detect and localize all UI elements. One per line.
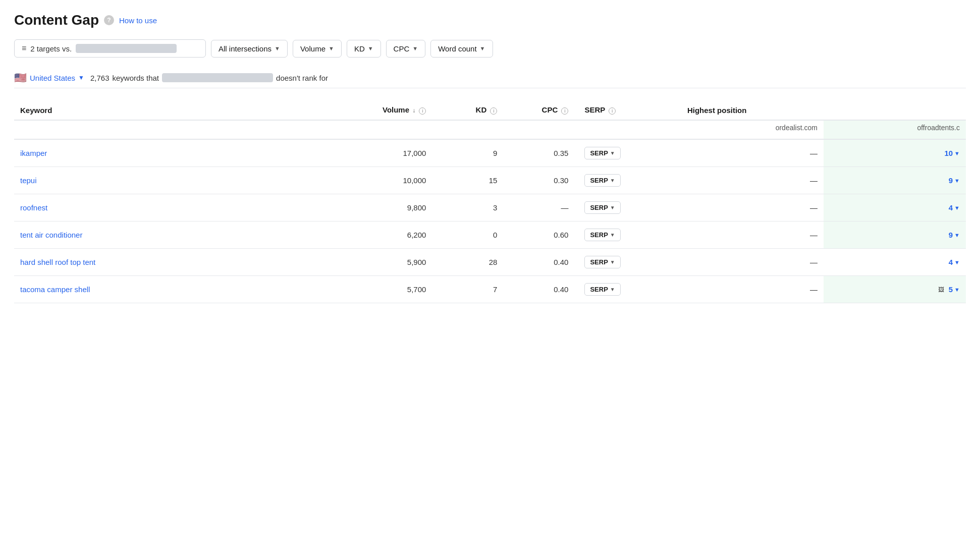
chevron-down-icon: ▼ [329,45,334,51]
cpc-info-icon[interactable]: i [561,107,568,115]
serp-button[interactable]: SERP▼ [584,147,620,159]
keyword-link[interactable]: ikamper [20,149,47,157]
cpc-cell: 0.40 [503,276,574,303]
serp-info-icon[interactable]: i [609,107,616,115]
cpc-cell: 0.35 [503,139,574,167]
volume-dropdown[interactable]: Volume ▼ [293,40,342,58]
chevron-down-icon: ▼ [954,287,960,293]
pos2-cell: 9▼ [824,167,966,194]
kd-info-icon[interactable]: i [490,107,497,115]
serp-button[interactable]: SERP▼ [584,201,620,214]
domain-blurred [162,73,273,82]
pos2-cell: 4▼ [824,194,966,221]
serp-cell: SERP▼ [574,221,681,249]
chevron-down-icon: ▼ [610,150,615,156]
filter-icon: ≡ [22,44,26,53]
location-bar: 🇺🇸 United States ▼ 2,763 keywords that d… [14,72,966,88]
table-body: ikamper17,00090.35SERP▼—10▼tepui10,00015… [14,139,966,303]
serp-cell: SERP▼ [574,194,681,221]
pos2-cell: 🖼5▼ [824,276,966,303]
results-table: Keyword Volume ↓ i KD i CPC i [14,100,966,303]
table-row: tacoma camper shell5,70070.40SERP▼—🖼5▼ [14,276,966,303]
pos1-cell: — [681,194,824,221]
table-row: tepui10,000150.30SERP▼—9▼ [14,167,966,194]
all-intersections-dropdown[interactable]: All intersections ▼ [211,40,288,58]
kd-dropdown[interactable]: KD ▼ [347,40,381,58]
flag-icon: 🇺🇸 [14,72,27,84]
col1-subheader: ordealist.com [681,120,824,139]
chevron-down-icon: ▼ [78,74,84,81]
volume-cell: 9,800 [316,194,432,221]
kd-cell: 28 [432,249,503,276]
serp-button[interactable]: SERP▼ [584,229,620,241]
kd-cell: 0 [432,221,503,249]
serp-button[interactable]: SERP▼ [584,174,620,187]
keyword-link[interactable]: roofnest [20,203,47,212]
pos2-cell: 9▼ [824,221,966,249]
table-subheader-row: ordealist.com offroadtents.c [14,120,966,139]
chevron-down-icon: ▼ [610,259,615,265]
doesnt-rank-text: doesn't rank for [276,74,328,82]
kd-cell: 15 [432,167,503,194]
volume-cell: 10,000 [316,167,432,194]
serp-cell: SERP▼ [574,276,681,303]
sort-icon: ↓ [412,107,415,114]
page-title-area: Content Gap ? How to use [14,12,966,28]
chevron-down-icon: ▼ [610,205,615,210]
col2-subheader: offroadtents.c [824,120,966,139]
position-value: 5 [949,285,953,294]
chevron-down-icon: ▼ [610,287,615,292]
volume-cell: 6,200 [316,221,432,249]
serp-button[interactable]: SERP▼ [584,283,620,296]
position-value: 4 [949,258,953,266]
kd-header: KD i [432,100,503,120]
image-icon: 🖼 [937,285,946,294]
targets-input[interactable]: ≡ 2 targets vs. [14,39,206,58]
serp-cell: SERP▼ [574,249,681,276]
pos2-cell: 4▼ [824,249,966,276]
volume-cell: 17,000 [316,139,432,167]
cpc-cell: 0.60 [503,221,574,249]
word-count-dropdown[interactable]: Word count ▼ [430,40,493,58]
how-to-use-link[interactable]: How to use [119,16,157,25]
pos1-cell: — [681,249,824,276]
cpc-cell: 0.40 [503,249,574,276]
keyword-cell: roofnest [14,194,316,221]
targets-label: 2 targets vs. [30,44,72,53]
kd-cell: 3 [432,194,503,221]
serp-button[interactable]: SERP▼ [584,256,620,268]
keyword-link[interactable]: tacoma camper shell [20,285,90,294]
chevron-down-icon: ▼ [480,45,485,51]
table-header-row: Keyword Volume ↓ i KD i CPC i [14,100,966,120]
chevron-down-icon: ▼ [954,205,960,211]
volume-info-icon[interactable]: i [419,107,426,115]
chevron-down-icon: ▼ [610,178,615,183]
keyword-link[interactable]: tepui [20,176,37,185]
position-value: 4 [949,203,953,212]
table-row: roofnest9,8003—SERP▼—4▼ [14,194,966,221]
cpc-dropdown[interactable]: CPC ▼ [386,40,426,58]
serp-cell: SERP▼ [574,139,681,167]
help-icon[interactable]: ? [104,15,114,25]
volume-cell: 5,900 [316,249,432,276]
serp-header: SERP i [574,100,681,120]
position-value: 9 [949,176,953,185]
chevron-down-icon: ▼ [954,178,960,184]
pos2-cell: 10▼ [824,139,966,167]
table-row: tent air conditioner6,20000.60SERP▼—9▼ [14,221,966,249]
table-row: hard shell roof top tent5,900280.40SERP▼… [14,249,966,276]
results-table-container: Keyword Volume ↓ i KD i CPC i [14,100,966,303]
keyword-link[interactable]: hard shell roof top tent [20,258,95,266]
chevron-down-icon: ▼ [412,45,418,51]
chevron-down-icon: ▼ [610,232,615,238]
cpc-cell: 0.30 [503,167,574,194]
volume-cell: 5,700 [316,276,432,303]
country-selector[interactable]: 🇺🇸 United States ▼ [14,72,84,84]
pos1-cell: — [681,221,824,249]
serp-cell: SERP▼ [574,167,681,194]
keyword-link[interactable]: tent air conditioner [20,231,82,239]
pos1-cell: — [681,139,824,167]
volume-header[interactable]: Volume ↓ i [316,100,432,120]
position-value: 10 [944,149,953,157]
cpc-header: CPC i [503,100,574,120]
